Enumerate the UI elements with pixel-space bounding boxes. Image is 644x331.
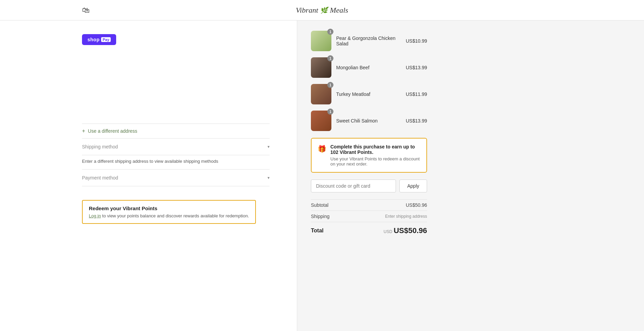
shipping-method-row[interactable]: Shipping method ▾ xyxy=(82,138,270,155)
item-qty-badge: 1 xyxy=(327,55,333,61)
bag-icon[interactable]: 🛍 xyxy=(82,6,90,15)
shop-pay-button[interactable]: shop Pay xyxy=(82,34,116,45)
order-item: 1 Mongolian Beef US$13.99 xyxy=(311,57,427,78)
item-price: US$10.99 xyxy=(406,38,427,44)
order-item: 1 Pear & Gorgonzola Chicken Salad US$10.… xyxy=(311,31,427,51)
item-image-wrap: 1 xyxy=(311,84,331,104)
right-panel: 1 Pear & Gorgonzola Chicken Salad US$10.… xyxy=(297,20,441,331)
logo-text-2: Meals xyxy=(330,6,348,15)
subtotal-row: Subtotal US$50.96 xyxy=(311,199,427,211)
item-price: US$11.99 xyxy=(406,91,427,97)
discount-row: Apply xyxy=(311,179,427,192)
shipping-chevron-icon: ▾ xyxy=(268,144,270,149)
use-different-address-label: Use a different address xyxy=(88,128,137,134)
item-image-wrap: 1 xyxy=(311,57,331,78)
item-name: Turkey Meatloaf xyxy=(336,91,370,97)
total-value: US$50.96 xyxy=(394,226,427,235)
item-price: US$13.99 xyxy=(406,65,427,70)
item-name: Pear & Gorgonzola Chicken Salad xyxy=(336,35,401,46)
order-item: 1 Turkey Meatloaf US$11.99 xyxy=(311,84,427,104)
shipping-label: Shipping xyxy=(311,214,330,219)
subtotal-value: US$50.96 xyxy=(406,202,427,208)
item-qty-badge: 1 xyxy=(327,109,333,115)
total-label: Total xyxy=(311,228,324,234)
main-layout: shop Pay + Use a different address Shipp… xyxy=(0,20,644,331)
shipping-value: Enter shipping address xyxy=(385,214,427,219)
shipping-method-label: Shipping method xyxy=(82,144,118,149)
shipping-note-text: Enter a different shipping address to vi… xyxy=(82,155,270,170)
payment-method-row[interactable]: Payment method ▾ xyxy=(82,170,270,186)
item-price: US$13.99 xyxy=(406,118,427,124)
total-currency: USD xyxy=(384,229,392,234)
apply-button[interactable]: Apply xyxy=(399,179,427,192)
logo-text-1: Vibrant xyxy=(296,6,318,15)
logo-separator: 🌿 xyxy=(320,6,328,14)
subtotal-label: Subtotal xyxy=(311,202,328,208)
points-bold-text: Complete this purchase to earn up to 102… xyxy=(330,144,420,155)
login-link[interactable]: Log in xyxy=(89,213,101,218)
points-promo-box: 🎁 Complete this purchase to earn up to 1… xyxy=(311,138,427,173)
item-image-wrap: 1 xyxy=(311,31,331,51)
gift-icon: 🎁 xyxy=(318,145,326,153)
shop-pay-text: shop xyxy=(87,37,99,42)
order-item: 1 Sweet Chili Salmon US$13.99 xyxy=(311,111,427,131)
item-name: Sweet Chili Salmon xyxy=(336,118,378,124)
page-header: 🛍 Vibrant 🌿 Meals xyxy=(0,0,644,20)
use-different-address-link[interactable]: + Use a different address xyxy=(82,124,270,138)
points-light-text: Use your Vibrant Points to redeem a disc… xyxy=(330,156,420,167)
points-promo-text: Complete this purchase to earn up to 102… xyxy=(330,144,420,167)
left-panel: shop Pay + Use a different address Shipp… xyxy=(0,20,297,331)
shop-pay-badge: Pay xyxy=(101,37,111,42)
plus-icon: + xyxy=(82,128,85,134)
discount-input[interactable] xyxy=(311,179,396,192)
payment-method-label: Payment method xyxy=(82,175,118,181)
redeem-suffix: to view your points balance and discover… xyxy=(101,213,249,218)
redeem-points-box: Redeem your Vibrant Points Log in to vie… xyxy=(82,200,256,224)
total-value-wrap: USD US$50.96 xyxy=(384,226,427,235)
item-qty-badge: 1 xyxy=(327,82,333,88)
order-items-list: 1 Pear & Gorgonzola Chicken Salad US$10.… xyxy=(311,31,427,131)
item-name: Mongolian Beef xyxy=(336,65,369,70)
item-image-wrap: 1 xyxy=(311,111,331,131)
redeem-subtitle: Log in to view your points balance and d… xyxy=(89,213,249,218)
payment-chevron-icon: ▾ xyxy=(268,175,270,180)
item-qty-badge: 1 xyxy=(327,29,333,35)
redeem-title: Redeem your Vibrant Points xyxy=(89,205,249,211)
shipping-row: Shipping Enter shipping address xyxy=(311,211,427,222)
total-row: Total USD US$50.96 xyxy=(311,222,427,239)
site-logo: Vibrant 🌿 Meals xyxy=(296,6,348,15)
